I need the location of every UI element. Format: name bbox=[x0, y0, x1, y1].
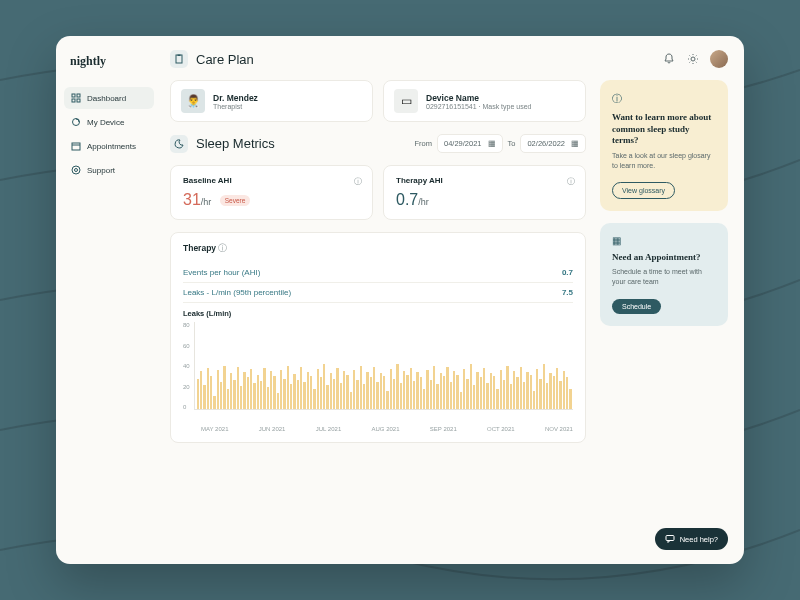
promo-text: Schedule a time to meet with your care t… bbox=[612, 267, 716, 287]
promo-text: Take a look at our sleep glosary to lear… bbox=[612, 151, 716, 171]
svg-point-11 bbox=[691, 57, 695, 61]
therapy-detail-card: Therapy ⓘ Events per hour (AHI) 0.7 Leak… bbox=[170, 232, 586, 443]
chart-bar bbox=[453, 371, 455, 409]
chart-bar bbox=[197, 379, 199, 409]
moon-icon bbox=[170, 135, 188, 153]
chart-bar bbox=[536, 369, 538, 409]
chart-bar bbox=[413, 381, 415, 409]
y-axis: 80 60 40 20 0 bbox=[183, 322, 194, 410]
appointment-promo: ▦ Need an Appointment? Schedule a time t… bbox=[600, 223, 728, 326]
chart-bar bbox=[569, 389, 571, 409]
date-range: From 04/29/2021 ▦ To 02/26/2022 ▦ bbox=[414, 134, 586, 153]
chart-bar bbox=[336, 368, 338, 409]
chart-bar bbox=[470, 364, 472, 409]
from-date-input[interactable]: 04/29/2021 ▦ bbox=[437, 134, 503, 153]
view-glossary-button[interactable]: View glossary bbox=[612, 182, 675, 199]
chart-bar bbox=[510, 384, 512, 409]
chart-bar bbox=[496, 389, 498, 409]
baseline-ahi-card: ⓘ Baseline AHI 31/hr Severe bbox=[170, 165, 373, 220]
metric-label: Baseline AHI bbox=[183, 176, 360, 185]
chart-bar bbox=[406, 375, 408, 409]
chart-bar bbox=[553, 376, 555, 409]
chart-bar bbox=[530, 375, 532, 409]
chart-bar bbox=[539, 379, 541, 409]
chart-bar bbox=[423, 389, 425, 409]
chart-bar bbox=[456, 375, 458, 409]
device-card[interactable]: ▭ Device Name 0292716151541 · Mask type … bbox=[383, 80, 586, 122]
chart-bar bbox=[287, 366, 289, 410]
app-window: nightly Dashboard My Device Appointments… bbox=[56, 36, 744, 564]
to-label: To bbox=[508, 139, 516, 148]
sidebar-item-label: My Device bbox=[87, 118, 124, 127]
svg-rect-12 bbox=[666, 536, 674, 541]
chart-bar bbox=[386, 391, 388, 409]
chart-bar bbox=[516, 377, 518, 409]
bell-icon[interactable] bbox=[662, 52, 676, 66]
sidebar-item-appointments[interactable]: Appointments bbox=[64, 135, 154, 157]
user-avatar[interactable] bbox=[710, 50, 728, 68]
gear-icon[interactable] bbox=[686, 52, 700, 66]
chart-bar bbox=[463, 369, 465, 409]
chart-bar bbox=[563, 371, 565, 409]
chart-bar bbox=[503, 380, 505, 409]
chart-bar bbox=[410, 368, 412, 409]
svg-point-7 bbox=[72, 166, 80, 174]
care-plan-header: Care Plan bbox=[170, 50, 586, 68]
chart-bar bbox=[556, 368, 558, 409]
chart-bar bbox=[247, 377, 249, 409]
calendar-icon: ▦ bbox=[612, 235, 716, 246]
chart-bar bbox=[559, 381, 561, 409]
chart-bar bbox=[270, 371, 272, 409]
info-icon[interactable]: ⓘ bbox=[567, 176, 575, 187]
info-icon[interactable]: ⓘ bbox=[354, 176, 362, 187]
from-label: From bbox=[414, 139, 432, 148]
doctor-avatar: 👨‍⚕️ bbox=[181, 89, 205, 113]
chart-bar bbox=[213, 396, 215, 409]
svg-rect-1 bbox=[77, 94, 80, 97]
sidebar-item-dashboard[interactable]: Dashboard bbox=[64, 87, 154, 109]
chart-bar bbox=[420, 377, 422, 409]
doctor-name: Dr. Mendez bbox=[213, 93, 258, 103]
chart-plot bbox=[194, 322, 573, 410]
info-icon[interactable]: ⓘ bbox=[218, 243, 227, 253]
chart-bar bbox=[220, 382, 222, 409]
chart-bar bbox=[353, 370, 355, 409]
calendar-icon: ▦ bbox=[571, 139, 579, 148]
chart-bar bbox=[390, 369, 392, 409]
glossary-promo: ⓘ Want to learn more about common sleep … bbox=[600, 80, 728, 211]
section-title: Sleep Metrics bbox=[196, 136, 275, 151]
chart-bar bbox=[243, 372, 245, 409]
device-thumb: ▭ bbox=[394, 89, 418, 113]
schedule-button[interactable]: Schedule bbox=[612, 299, 661, 314]
row-value: 7.5 bbox=[562, 288, 573, 297]
svg-rect-2 bbox=[72, 99, 75, 102]
chart-bar bbox=[450, 382, 452, 409]
info-icon: ⓘ bbox=[612, 92, 716, 106]
help-button[interactable]: Need help? bbox=[655, 528, 728, 550]
doctor-card[interactable]: 👨‍⚕️ Dr. Mendez Therapist bbox=[170, 80, 373, 122]
chart-bar bbox=[267, 387, 269, 409]
chart-bar bbox=[513, 371, 515, 409]
svg-rect-5 bbox=[72, 143, 80, 150]
chart-bar bbox=[400, 383, 402, 409]
svg-rect-3 bbox=[77, 99, 80, 102]
svg-rect-0 bbox=[72, 94, 75, 97]
doctor-role: Therapist bbox=[213, 103, 258, 110]
sidebar-item-device[interactable]: My Device bbox=[64, 111, 154, 133]
chart-bar bbox=[493, 376, 495, 409]
x-axis: MAY 2021 JUN 2021 JUL 2021 AUG 2021 SEP … bbox=[201, 426, 573, 432]
chart-bar bbox=[277, 393, 279, 409]
chart-bar bbox=[403, 371, 405, 409]
chart-bar bbox=[300, 367, 302, 409]
table-row: Events per hour (AHI) 0.7 bbox=[183, 263, 573, 283]
support-icon bbox=[71, 165, 81, 175]
device-icon bbox=[71, 117, 81, 127]
chart-bar bbox=[393, 379, 395, 409]
sidebar-item-support[interactable]: Support bbox=[64, 159, 154, 181]
chart-bar bbox=[313, 389, 315, 409]
chart-bar bbox=[566, 377, 568, 409]
chart-bar bbox=[240, 386, 242, 409]
to-date-input[interactable]: 02/26/2022 ▦ bbox=[520, 134, 586, 153]
center-column: Care Plan 👨‍⚕️ Dr. Mendez Therapist ▭ De… bbox=[170, 50, 586, 550]
nav: Dashboard My Device Appointments Support bbox=[64, 87, 154, 181]
